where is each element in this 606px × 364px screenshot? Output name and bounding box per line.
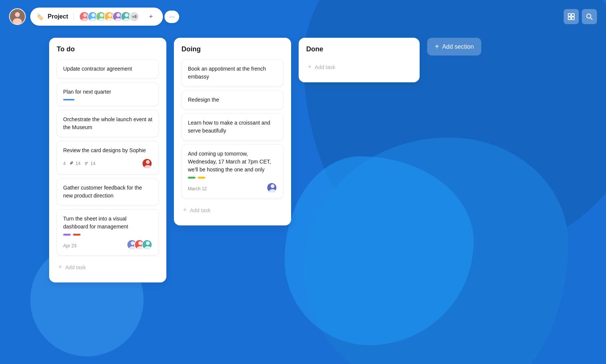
task-text: Turn the sheet into a visual dashboard f…: [63, 215, 152, 231]
avatar-count: +8: [129, 11, 139, 22]
add-task-label: Add task: [190, 207, 211, 213]
task-meta: March 12: [188, 182, 277, 193]
svg-point-37: [146, 241, 150, 245]
svg-point-7: [91, 13, 95, 17]
more-options-button[interactable]: ···: [164, 11, 179, 23]
column-doing: Doing Book an appotiment at the french e…: [174, 38, 291, 225]
svg-point-28: [146, 160, 150, 164]
add-section-plus-icon: +: [435, 42, 439, 51]
assignee-avatars: [127, 239, 152, 250]
task-count: 4: [63, 161, 66, 166]
add-section-label: Add section: [442, 43, 474, 50]
task-text: And coming up tomorrow, Wednesday, 17 Ma…: [188, 150, 277, 174]
task-text: Orchestrate the whole launch event at th…: [63, 116, 152, 131]
task-card[interactable]: Turn the sheet into a visual dashboard f…: [57, 209, 159, 256]
user-avatar[interactable]: [9, 8, 26, 25]
task-text: Plan for next quarter: [63, 88, 152, 96]
tag-dot: [188, 177, 195, 179]
svg-point-25: [587, 14, 591, 18]
svg-point-1: [15, 12, 20, 17]
task-card[interactable]: Orchestrate the whole launch event at th…: [57, 110, 159, 137]
task-text: Book an appotiment at the french embassy: [188, 65, 277, 81]
add-task-row[interactable]: + Add task: [306, 59, 412, 75]
add-member-button[interactable]: +: [145, 11, 157, 23]
topbar-actions: [564, 9, 597, 24]
task-card[interactable]: Update contractor agreement: [57, 59, 159, 79]
task-attachments: 14: [70, 161, 81, 166]
svg-rect-21: [568, 14, 571, 16]
svg-point-13: [108, 13, 112, 17]
add-section-button[interactable]: + Add section: [427, 38, 481, 56]
task-card[interactable]: And coming up tomorrow, Wednesday, 17 Ma…: [181, 144, 284, 199]
svg-rect-22: [572, 14, 574, 16]
svg-rect-24: [572, 17, 574, 20]
svg-point-40: [271, 184, 274, 188]
board: To do Update contractor agreement Plan f…: [49, 34, 598, 356]
add-task-label: Add task: [65, 264, 86, 270]
tags-row: [63, 234, 152, 236]
task-text: Gather customer feedback for the new pro…: [63, 184, 152, 200]
grid-view-button[interactable]: [564, 9, 579, 24]
column-todo: To do Update contractor agreement Plan f…: [49, 38, 166, 282]
task-text: Learn how to make a croissant and serve …: [188, 119, 277, 135]
add-task-row[interactable]: + Add task: [57, 259, 159, 275]
task-card[interactable]: Review the card designs by Sophie 4 14 1…: [57, 141, 159, 174]
assignee-avatar: [142, 158, 152, 169]
svg-point-4: [83, 13, 87, 17]
add-task-plus-icon: +: [58, 263, 62, 271]
column-doing-title: Doing: [181, 45, 284, 53]
svg-line-26: [591, 18, 592, 20]
add-task-label: Add task: [315, 64, 335, 70]
task-text: Redesign the: [188, 96, 277, 104]
add-task-row[interactable]: + Add task: [181, 202, 284, 218]
column-todo-title: To do: [57, 45, 159, 53]
svg-point-19: [125, 13, 129, 17]
project-pill[interactable]: 🏷️ Project +8 +: [30, 8, 163, 26]
svg-point-2: [13, 19, 22, 25]
tag-dot: [63, 234, 71, 236]
assignee-avatar: [267, 182, 277, 193]
project-icon: 🏷️: [36, 13, 44, 20]
progress-bar: [63, 99, 74, 100]
task-meta: Apr 23: [63, 239, 152, 250]
add-task-plus-icon: +: [183, 206, 187, 214]
svg-rect-23: [568, 17, 571, 20]
add-task-plus-icon: +: [308, 63, 312, 71]
task-card[interactable]: Redesign the: [181, 90, 284, 110]
task-date: Apr 23: [63, 243, 76, 248]
task-card[interactable]: Learn how to make a croissant and serve …: [181, 113, 284, 140]
assignee-avatars: [142, 158, 152, 169]
task-card[interactable]: Gather customer feedback for the new pro…: [57, 178, 159, 205]
topbar: 🏷️ Project +8 + ···: [0, 8, 606, 26]
divider: [73, 13, 74, 20]
svg-point-16: [116, 13, 120, 17]
task-date: March 12: [188, 186, 207, 191]
search-button[interactable]: [582, 9, 597, 24]
tags-row: [188, 177, 277, 179]
task-meta: 4 14 14: [63, 158, 152, 169]
task-text: Update contractor agreement: [63, 65, 152, 73]
column-done: Done + Add task: [299, 38, 420, 82]
assignee-avatar: [142, 239, 152, 250]
assignee-avatars: [267, 182, 277, 193]
project-title: Project: [48, 13, 68, 20]
svg-point-10: [100, 13, 104, 17]
tag-dot: [198, 177, 205, 179]
team-avatars: +8: [79, 11, 139, 22]
task-subtasks: 14: [84, 161, 95, 166]
task-card[interactable]: Book an appotiment at the french embassy: [181, 59, 284, 86]
tag-dot: [73, 234, 81, 236]
task-card[interactable]: Plan for next quarter: [57, 82, 159, 106]
column-done-title: Done: [306, 45, 412, 53]
task-text: Review the card designs by Sophie: [63, 147, 152, 154]
